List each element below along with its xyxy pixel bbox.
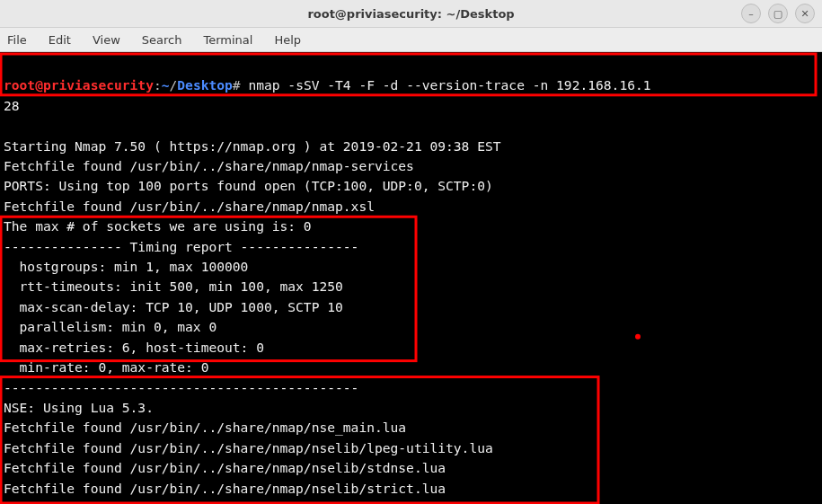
prompt-hash: # bbox=[233, 77, 241, 93]
maximize-button[interactable]: ▢ bbox=[768, 4, 788, 23]
minimize-button[interactable]: – bbox=[741, 4, 761, 23]
output-line-6: --------------- Timing report ----------… bbox=[4, 239, 358, 254]
output-line-11: max-retries: 6, host-timeout: 0 bbox=[4, 340, 264, 355]
menu-view[interactable]: View bbox=[93, 33, 120, 47]
output-line-4: Fetchfile found /usr/bin/../share/nmap/n… bbox=[4, 199, 375, 214]
titlebar[interactable]: root@priviasecurity: ~/Desktop – ▢ ✕ bbox=[0, 0, 822, 28]
output-line-7: hostgroups: min 1, max 100000 bbox=[4, 259, 248, 274]
prompt-line: root@priviasecurity:~/Desktop# nmap -sSV… bbox=[4, 77, 651, 93]
close-button[interactable]: ✕ bbox=[795, 4, 815, 23]
window-title: root@priviasecurity: ~/Desktop bbox=[307, 7, 514, 21]
terminal-content: root@priviasecurity:~/Desktop# nmap -sSV… bbox=[0, 52, 651, 504]
output-line-5: The max # of sockets we are using is: 0 bbox=[4, 218, 312, 234]
command-text-2: 28 bbox=[4, 98, 20, 113]
menu-help[interactable]: Help bbox=[274, 33, 301, 47]
output-line-12: min-rate: 0, max-rate: 0 bbox=[4, 359, 208, 375]
output-line-18: Fetchfile found /usr/bin/../share/nmap/n… bbox=[4, 481, 446, 496]
output-line-14: NSE: Using Lua 5.3. bbox=[4, 400, 154, 415]
app-window: root@priviasecurity: ~/Desktop – ▢ ✕ Fil… bbox=[0, 0, 822, 504]
output-line-8: rtt-timeouts: init 500, min 100, max 125… bbox=[4, 279, 343, 294]
menubar: File Edit View Search Terminal Help bbox=[0, 28, 822, 52]
menu-file[interactable]: File bbox=[7, 33, 27, 47]
output-line-13: ----------------------------------------… bbox=[4, 380, 358, 395]
close-icon: ✕ bbox=[800, 9, 809, 19]
prompt-dir: Desktop bbox=[177, 77, 233, 93]
output-line-9: max-scan-delay: TCP 10, UDP 1000, SCTP 1… bbox=[4, 299, 343, 314]
output-line-17: Fetchfile found /usr/bin/../share/nmap/n… bbox=[4, 460, 446, 475]
window-controls: – ▢ ✕ bbox=[741, 4, 815, 23]
output-line-10: parallelism: min 0, max 0 bbox=[4, 319, 217, 334]
output-line-15: Fetchfile found /usr/bin/../share/nmap/n… bbox=[4, 420, 406, 435]
prompt-sep1: : bbox=[154, 77, 162, 93]
menu-terminal[interactable]: Terminal bbox=[203, 33, 252, 47]
output-line-19: Fetchfile found /usr/bin/../share/nmap/s… bbox=[4, 500, 446, 504]
menu-edit[interactable]: Edit bbox=[49, 33, 71, 47]
minimize-icon: – bbox=[748, 9, 754, 19]
output-line-1: Starting Nmap 7.50 ( https://nmap.org ) … bbox=[4, 138, 501, 154]
terminal[interactable]: root@priviasecurity:~/Desktop# nmap -sSV… bbox=[0, 52, 822, 504]
output-line-2: Fetchfile found /usr/bin/../share/nmap/n… bbox=[4, 158, 414, 173]
output-line-3: PORTS: Using top 100 ports found open (T… bbox=[4, 178, 493, 193]
command-text-1: nmap -sSV -T4 -F -d --version-trace -n 1… bbox=[241, 77, 651, 93]
output-line-16: Fetchfile found /usr/bin/../share/nmap/n… bbox=[4, 440, 493, 455]
menu-search[interactable]: Search bbox=[142, 33, 182, 47]
prompt-slash: / bbox=[170, 77, 178, 93]
prompt-user-host: root@priviasecurity bbox=[4, 77, 154, 93]
prompt-tilde: ~ bbox=[162, 77, 170, 93]
maximize-icon: ▢ bbox=[773, 9, 782, 19]
